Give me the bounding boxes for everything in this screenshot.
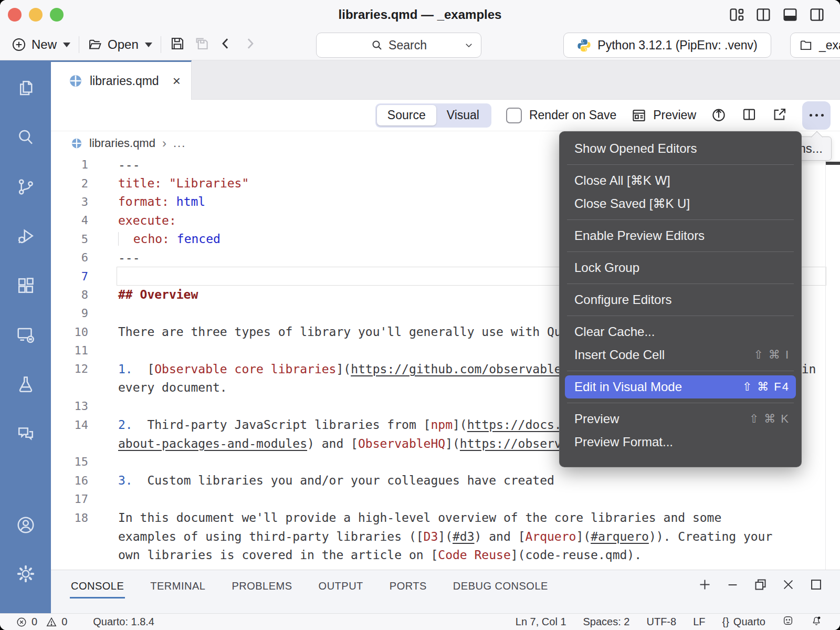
- code-line-text[interactable]: ---: [88, 158, 140, 172]
- restore-panel-button[interactable]: [753, 578, 768, 594]
- menu-item-show-opened-editors[interactable]: Show Opened Editors: [560, 137, 801, 160]
- open-in-new-window-button[interactable]: [772, 107, 788, 124]
- new-console-button[interactable]: [698, 578, 712, 594]
- line-number: 14: [51, 418, 88, 432]
- menu-item-enable-preview-editors[interactable]: Enable Preview Editors: [560, 224, 801, 247]
- panel-tab-problems[interactable]: PROBLEMS: [230, 573, 293, 598]
- remote-explorer-icon[interactable]: [16, 326, 35, 344]
- render-on-save-checkbox[interactable]: [506, 108, 522, 123]
- panel-tab-ports[interactable]: PORTS: [388, 573, 428, 598]
- menu-item-close-all-k-w[interactable]: Close All [⌘K W]: [560, 169, 801, 192]
- save-button[interactable]: [170, 36, 185, 54]
- code-line-text[interactable]: 3. Custom libraries you and/or your coll…: [88, 474, 554, 487]
- toggle-panel-icon[interactable]: [782, 6, 799, 25]
- breadcrumb-file[interactable]: libraries.qmd: [89, 136, 155, 150]
- extensions-icon[interactable]: [16, 276, 35, 295]
- language-mode-status[interactable]: {} Quarto: [722, 616, 765, 628]
- panel-tab-console[interactable]: CONSOLE: [70, 573, 125, 598]
- menu-separator: [567, 403, 794, 403]
- indentation-status[interactable]: Spaces: 2: [583, 616, 630, 628]
- publish-button[interactable]: [711, 107, 727, 124]
- menu-item-edit-in-visual-mode[interactable]: Edit in Visual Mode⇧ ⌘ F4: [565, 375, 796, 398]
- feedback-smiley-icon[interactable]: [782, 615, 794, 629]
- code-line-text[interactable]: own libraries is covered in the article …: [88, 548, 642, 562]
- account-icon[interactable]: [16, 516, 35, 534]
- code-line-text[interactable]: format: html: [88, 195, 205, 208]
- line-number: 10: [51, 326, 88, 339]
- code-line-text[interactable]: every document.: [88, 381, 227, 394]
- menu-item-clear-cache[interactable]: Clear Cache...: [560, 320, 801, 343]
- search-input[interactable]: Search: [316, 33, 481, 58]
- interpreter-selector[interactable]: Python 3.12.1 (PipEnv: .venv): [563, 33, 771, 58]
- more-actions-button[interactable]: [802, 101, 831, 130]
- code-line[interactable]: 17: [51, 490, 840, 508]
- line-number: 3: [51, 195, 88, 208]
- menu-item-insert-code-cell[interactable]: Insert Code Cell⇧ ⌘ I: [560, 343, 801, 366]
- panel-tab-terminal[interactable]: TERMINAL: [149, 573, 206, 598]
- close-panel-button[interactable]: [781, 578, 795, 594]
- code-line-text[interactable]: 2. Third-party JavaScript libraries from…: [88, 418, 634, 432]
- titlebar: libraries.qmd — _examples: [0, 0, 840, 29]
- code-line-text[interactable]: There are three types of library you'll …: [88, 325, 598, 339]
- code-line-text[interactable]: echo: fenced: [88, 232, 220, 246]
- code-line-text[interactable]: In this document we'll provide a high-le…: [88, 511, 721, 524]
- tab-libraries-qmd[interactable]: libraries.qmd ×: [51, 60, 192, 100]
- save-all-button[interactable]: [194, 36, 209, 54]
- search-icon[interactable]: [16, 128, 35, 147]
- code-line-text[interactable]: ## Overview: [88, 288, 198, 301]
- source-mode-button[interactable]: Source: [377, 105, 436, 125]
- testing-icon[interactable]: [16, 375, 35, 394]
- visual-mode-button[interactable]: Visual: [436, 105, 490, 125]
- line-number: 11: [51, 344, 88, 357]
- line-number: 4: [51, 214, 88, 227]
- cursor-position-status[interactable]: Ln 7, Col 1: [516, 616, 566, 628]
- code-line[interactable]: examples of using third-party libraries …: [51, 527, 840, 545]
- code-line[interactable]: 18In this document we'll provide a high-…: [51, 508, 840, 527]
- tab-close-icon[interactable]: ×: [173, 73, 181, 89]
- preview-button[interactable]: Preview: [631, 108, 696, 123]
- split-editor-layout-icon[interactable]: [755, 6, 772, 25]
- project-selector[interactable]: _examples: [790, 33, 840, 58]
- settings-gear-icon[interactable]: [16, 564, 35, 583]
- source-control-icon[interactable]: [16, 177, 35, 196]
- panel-tab-debug-console[interactable]: DEBUG CONSOLE: [452, 573, 549, 598]
- menu-separator: [567, 284, 794, 284]
- breadcrumb-more[interactable]: ...: [173, 136, 186, 150]
- code-line-text[interactable]: execute:: [88, 214, 176, 227]
- render-on-save-label: Render on Save: [529, 108, 616, 122]
- notifications-bell-icon[interactable]: [811, 615, 822, 629]
- menu-item-close-saved-k-u[interactable]: Close Saved [⌘K U]: [560, 192, 801, 215]
- panel-tab-output[interactable]: OUTPUT: [318, 573, 364, 598]
- minimize-panel-button[interactable]: [726, 578, 740, 594]
- menu-item-configure-editors[interactable]: Configure Editors: [560, 288, 801, 311]
- new-button[interactable]: New: [12, 37, 70, 52]
- run-debug-icon[interactable]: [16, 227, 35, 246]
- open-button[interactable]: Open: [88, 37, 152, 52]
- menu-item-preview-format[interactable]: Preview Format...: [560, 430, 801, 454]
- editor-scrollbar[interactable]: [825, 155, 840, 570]
- forward-button[interactable]: [242, 36, 258, 54]
- code-line-text[interactable]: about-packages-and-modules) and [Observa…: [88, 437, 642, 450]
- code-line-text[interactable]: examples of using third-party libraries …: [88, 530, 772, 543]
- toggle-secondary-sidebar-icon[interactable]: [808, 6, 825, 25]
- line-number: 9: [51, 307, 88, 320]
- search-placeholder: Search: [388, 38, 427, 52]
- code-line[interactable]: 163. Custom libraries you and/or your co…: [51, 471, 840, 490]
- encoding-status[interactable]: UTF-8: [646, 616, 676, 628]
- code-line-text[interactable]: title: "Libraries": [88, 176, 249, 190]
- code-line[interactable]: own libraries is covered in the article …: [51, 545, 840, 564]
- comments-icon[interactable]: [16, 424, 35, 443]
- problems-status[interactable]: 0 0: [16, 616, 67, 628]
- maximize-panel-button[interactable]: [809, 578, 823, 594]
- menu-item-lock-group[interactable]: Lock Group: [560, 256, 801, 279]
- menu-item-preview[interactable]: Preview⇧ ⌘ K: [560, 407, 801, 430]
- files-icon[interactable]: [16, 79, 35, 98]
- customize-layout-icon[interactable]: [728, 6, 745, 25]
- eol-status[interactable]: LF: [693, 616, 705, 628]
- code-line-text[interactable]: ---: [88, 251, 140, 265]
- quarto-version-status[interactable]: Quarto: 1.8.4: [93, 616, 154, 628]
- split-editor-button[interactable]: [741, 107, 757, 124]
- back-button[interactable]: [218, 36, 234, 54]
- scrollbar-thumb[interactable]: [826, 162, 840, 165]
- chevron-down-icon: [464, 40, 474, 50]
